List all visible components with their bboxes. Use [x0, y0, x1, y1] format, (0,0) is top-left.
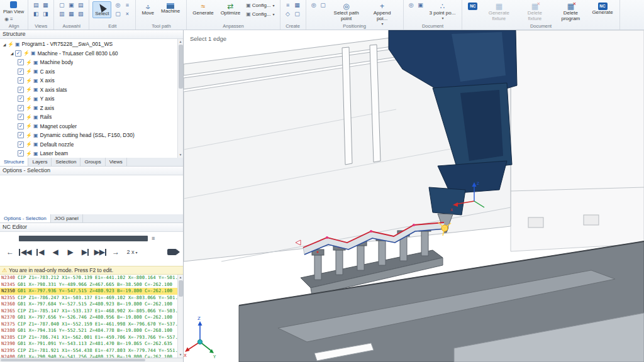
- generate-nc-button[interactable]: NC Generate: [589, 1, 615, 17]
- tree-item[interactable]: ◢ ✓ ⚡ ▣ X axis: [0, 76, 177, 85]
- play-forward-button[interactable]: ▶: [63, 244, 77, 260]
- view-layout-icon[interactable]: ▣: [67, 1, 75, 9]
- generate-toolpath-button[interactable]: ≈ Generate: [190, 1, 216, 18]
- align-tool-icon[interactable]: ◨: [41, 10, 50, 18]
- machine-button[interactable]: Machine: [158, 1, 182, 16]
- visibility-checkbox[interactable]: ✓: [18, 77, 24, 84]
- nc-line[interactable]: N2375CIP Z1=-787.040 X1=-552.159 E1=-461…: [0, 321, 177, 328]
- delete-program-button[interactable]: ▦ Delete program: [553, 1, 587, 23]
- config-button-2[interactable]: ▣ Config... ▾: [245, 10, 275, 18]
- nc-horizontal-scrollbar[interactable]: [0, 358, 183, 362]
- scroll-down-icon[interactable]: ▼: [179, 352, 182, 358]
- positioning-tool-icon[interactable]: ▣: [416, 1, 425, 9]
- delete-fixture-button[interactable]: ▦ Delete fixture: [518, 1, 552, 23]
- step-forward-button[interactable]: ▶: [78, 244, 92, 260]
- 3d-viewport[interactable]: X Z: [184, 30, 644, 362]
- anpassen-tool-icon[interactable]: ▦: [293, 1, 302, 9]
- visibility-checkbox[interactable]: ✓: [18, 59, 24, 65]
- selection-tool-icon[interactable]: ×: [123, 10, 131, 18]
- nc-line[interactable]: N2355CIP Z1=-786.247 X1=-503.137 E1=-469…: [0, 295, 177, 302]
- select-path-point-button[interactable]: ◎ Select path point: [330, 1, 364, 23]
- scroll-down-icon[interactable]: ▼: [179, 152, 182, 158]
- nc-seek-bar[interactable]: [19, 236, 148, 241]
- menu-icon[interactable]: ≡: [10, 16, 13, 22]
- app-icon[interactable]: [10, 1, 17, 8]
- view-layout-icon[interactable]: ▥: [57, 10, 66, 18]
- view-layout-icon[interactable]: ▤: [76, 1, 85, 9]
- generate-fixture-button[interactable]: ▦ Generate fixture: [482, 1, 516, 23]
- nc-scrollbar[interactable]: ▲ ▼: [177, 275, 183, 358]
- anpassen-tool-icon[interactable]: ▢: [293, 10, 302, 18]
- expander-icon[interactable]: ◢: [9, 51, 15, 55]
- panel-tab[interactable]: Views: [106, 158, 127, 166]
- selection-tool-icon[interactable]: ≡: [123, 1, 131, 9]
- scrollbar-thumb[interactable]: [179, 280, 183, 297]
- create-tool-icon[interactable]: ◎: [309, 1, 318, 9]
- visibility-checkbox[interactable]: ✓: [18, 141, 24, 148]
- view-layout-icon[interactable]: ▦: [67, 10, 75, 18]
- panel-tab[interactable]: Layers: [28, 158, 52, 166]
- go-to-end-button[interactable]: ▶▶: [93, 244, 108, 260]
- nc-line[interactable]: N2370G01 X=-797.656 Y=-526.746 Z=480.956…: [0, 314, 177, 321]
- nc-line[interactable]: N2345G01 X=-798.331 Y=-489.966 Z=467.665…: [0, 282, 177, 288]
- panel-tab[interactable]: Groups: [80, 158, 105, 166]
- playback-speed-select[interactable]: 2 x▾: [123, 244, 141, 260]
- align-tool-icon[interactable]: ◧: [31, 10, 40, 18]
- panel-tab[interactable]: Selection: [52, 158, 80, 166]
- jump-forward-button[interactable]: →: [108, 244, 123, 260]
- nc-line[interactable]: N2385CIP Z1=-786.741 X1=-562.001 E1=-459…: [0, 334, 177, 341]
- tree-item[interactable]: ◢ ✓ ⚡ ▣ Machine body: [0, 58, 177, 67]
- visibility-checkbox[interactable]: ✓: [18, 87, 24, 93]
- create-tool-icon[interactable]: ▢: [319, 1, 328, 9]
- jump-back-button[interactable]: ←: [3, 244, 17, 260]
- scrollbar-thumb[interactable]: [179, 45, 183, 89]
- move-button[interactable]: ↔↕ Move: [139, 1, 157, 18]
- scroll-up-icon[interactable]: ▲: [179, 275, 182, 280]
- tree-item[interactable]: ◢ ✓ ⚡ ▣ X axis slats: [0, 85, 177, 95]
- tree-item[interactable]: ◢ ✓ ⚡ ▣ Default nozzle: [0, 140, 177, 150]
- visibility-checkbox[interactable]: ✓: [15, 50, 21, 57]
- tree-item[interactable]: ◢ ✓ ⚡ ▣ Dynamic cutting head (SSL, F150,…: [0, 131, 177, 140]
- visibility-checkbox[interactable]: ✓: [18, 123, 24, 129]
- positioning-tool-icon[interactable]: ◎: [407, 1, 416, 9]
- go-to-start-button[interactable]: ◀◀: [18, 244, 32, 260]
- nc-line[interactable]: N2380G01 X=-794.316 Y=-552.521 Z=484.778…: [0, 327, 177, 334]
- nc-line[interactable]: N2365CIP Z1=-785.147 X1=-533.137 E1=-468…: [0, 308, 177, 315]
- visibility-checkbox[interactable]: ✓: [18, 114, 24, 120]
- anpassen-tool-icon[interactable]: ◇: [284, 10, 292, 18]
- nc-line[interactable]: N2395CIP Z1=-781.921 X1=-554.438 E1=-477…: [0, 348, 177, 354]
- tree-item[interactable]: ◢ ✓ ⚡ ▣ C axis: [0, 67, 177, 77]
- visibility-checkbox[interactable]: ✓: [18, 96, 24, 102]
- align-tool-icon[interactable]: ▤: [31, 1, 40, 9]
- plan-view-button[interactable]: Plan View: [3, 9, 24, 14]
- play-backward-button[interactable]: ◀: [48, 244, 62, 260]
- tree-item[interactable]: ◢ ✓ ⚡ ▣ Laser beam: [0, 149, 177, 158]
- optimize-button[interactable]: ⇄ Optimize: [218, 1, 243, 18]
- nc-button[interactable]: NC: [465, 1, 480, 11]
- record-video-button[interactable]: [165, 244, 179, 260]
- tree-item[interactable]: ◢ ✓ ⚡ ▣ Magnet coupler: [0, 122, 177, 131]
- expander-icon[interactable]: ◢: [1, 42, 8, 47]
- align-tool-icon[interactable]: ▦: [41, 1, 50, 9]
- pin-icon[interactable]: ◉: [4, 16, 9, 22]
- nc-line[interactable]: N2350G01 X=-797.936 Y=-547.515 Z=480.923…: [0, 288, 177, 295]
- three-point-button[interactable]: ∴ 3 point po... ▾: [427, 1, 458, 21]
- select-button[interactable]: Select: [92, 1, 111, 18]
- anpassen-tool-icon[interactable]: ≡: [284, 1, 292, 9]
- selection-tool-icon[interactable]: ▢: [113, 10, 122, 18]
- visibility-checkbox[interactable]: ✓: [18, 69, 24, 75]
- tree-scrollbar[interactable]: ▲ ▼: [177, 39, 183, 158]
- scroll-up-icon[interactable]: ▲: [179, 39, 182, 45]
- nc-line[interactable]: N2340CIP Z1=-783.212 X1=-570.139 E1=-441…: [0, 275, 177, 282]
- config-button-1[interactable]: ▣ Config... ▾: [245, 1, 275, 9]
- tree-item[interactable]: ◢ ✓ ⚡ ▣ Program1 - VR75228__SwA_001_WS: [0, 40, 177, 49]
- seek-menu-icon[interactable]: ≡: [152, 235, 155, 241]
- panel-tab[interactable]: JOG panel: [51, 214, 83, 222]
- visibility-checkbox[interactable]: ✓: [18, 105, 24, 111]
- nc-code-list[interactable]: N2340CIP Z1=-783.212 X1=-570.139 E1=-441…: [0, 275, 177, 358]
- tree-item[interactable]: ◢ ✓ ⚡ ▣ Rails: [0, 112, 177, 122]
- nc-line[interactable]: N2360G01 X=-797.684 Y=-527.515 Z=480.923…: [0, 301, 177, 308]
- visibility-checkbox[interactable]: ✓: [18, 132, 24, 138]
- panel-tab[interactable]: Options - Selection: [0, 214, 51, 222]
- selection-tool-icon[interactable]: ◎: [113, 1, 122, 9]
